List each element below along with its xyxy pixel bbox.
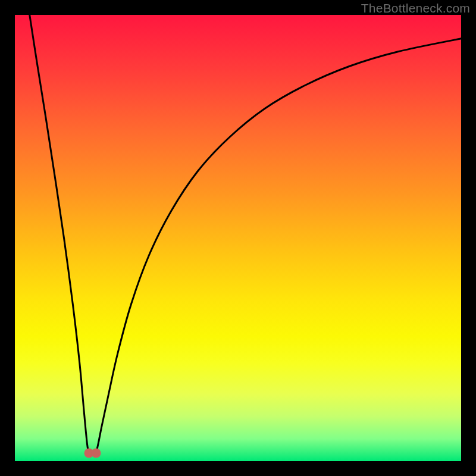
min-marker-right	[92, 449, 101, 458]
curve-right-branch	[96, 39, 462, 453]
curve-overlay	[0, 0, 476, 476]
curve-left-branch	[30, 15, 89, 453]
